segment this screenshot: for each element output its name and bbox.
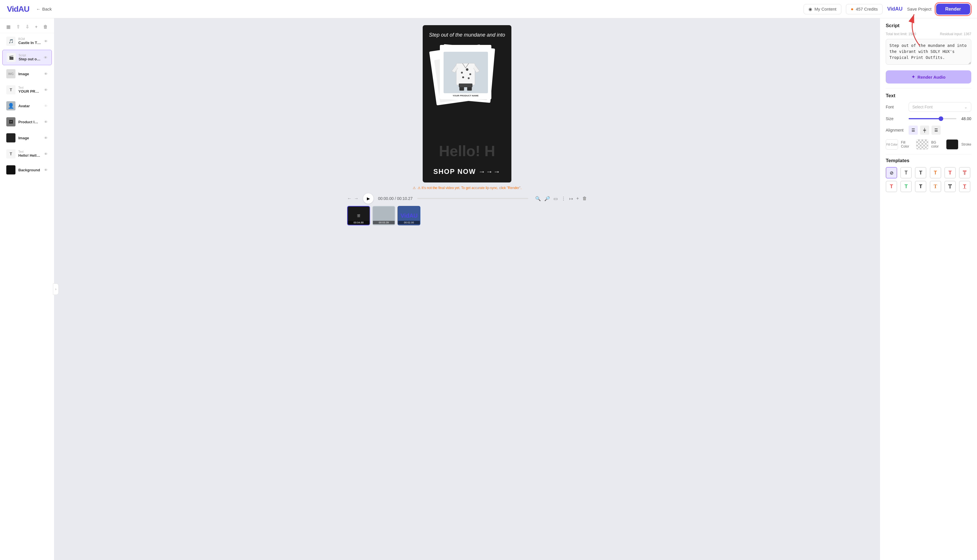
my-content-button[interactable]: ◉ My Content <box>803 4 841 14</box>
svg-point-4 <box>462 77 464 78</box>
text-section: Text Font Select Font ⌄ Size 48.00 Align <box>886 93 971 150</box>
fill-color-label: Fill Color <box>886 143 897 146</box>
fullscreen-icon[interactable]: ▭ <box>553 196 558 202</box>
bg-color-text-label: BG color <box>931 140 943 148</box>
template-item-0[interactable]: ⊘ <box>886 167 897 178</box>
add-layer-button[interactable]: + <box>34 23 38 31</box>
credits-button[interactable]: ● 457 Credits <box>846 4 883 14</box>
layer-info-avatar: Avatar <box>18 104 41 108</box>
thumbnail-0[interactable]: 🎬 00:04.88 <box>347 206 370 225</box>
layer-item-script[interactable]: 🎬 Script Step out of th... 👁 <box>2 50 52 65</box>
template-item-3[interactable]: T <box>930 167 941 178</box>
font-select[interactable]: Select Font ⌄ <box>909 102 971 112</box>
eye-icon-avatar[interactable]: 👁 <box>44 104 48 108</box>
size-label: Size <box>886 117 909 121</box>
layer-item-product-image[interactable]: 🖼 Product Image 👁 <box>2 114 52 129</box>
move-down-button[interactable]: ⇩ <box>24 23 30 31</box>
layer-label-script: Step out of th... <box>18 57 41 61</box>
eye-icon-script[interactable]: 👁 <box>44 55 47 60</box>
layer-icon-avatar: 👤 <box>6 101 15 110</box>
template-item-8[interactable]: T <box>915 181 926 192</box>
zoom-out-icon[interactable]: 🔍 <box>535 196 541 202</box>
template-item-7[interactable]: T <box>900 181 912 192</box>
template-item-5[interactable]: T <box>959 167 970 178</box>
layer-icon-text1: T <box>6 85 15 94</box>
back-arrow-icon: ← <box>36 7 41 12</box>
play-button[interactable]: ▶ <box>363 193 374 203</box>
header-right: ◉ My Content ● 457 Credits VidAU Save Pr… <box>803 4 970 15</box>
warning-icon: ⚠ <box>413 186 416 190</box>
size-slider[interactable] <box>909 118 956 119</box>
residual-label: Residual input: 1367 <box>940 32 971 36</box>
copy-layer-button[interactable]: ▦ <box>5 23 12 31</box>
eye-icon-bgm[interactable]: 👁 <box>44 39 48 43</box>
layer-label-text2: Hello! Hello! H... <box>18 153 41 158</box>
layer-item-avatar[interactable]: 👤 Avatar 👁 <box>2 98 52 113</box>
stroke-swatch[interactable] <box>946 139 959 150</box>
font-label: Font <box>886 105 909 109</box>
undo-button[interactable]: ← <box>347 196 352 201</box>
render-audio-button[interactable]: ✦ Render Audio <box>886 70 971 83</box>
layer-label-product: Product Image <box>18 120 41 124</box>
fill-color-swatch[interactable]: Fill Color <box>886 139 898 150</box>
thumb-label-0: 00:04.88 <box>348 221 369 224</box>
thumbnail-2[interactable]: VidAU 00:02.00 <box>397 206 420 225</box>
timeline-track[interactable] <box>417 198 528 199</box>
template-item-10[interactable]: T <box>944 181 956 192</box>
alignment-row: Alignment ☰ ╪ ☰ <box>886 125 971 135</box>
template-item-11[interactable]: T <box>959 181 970 192</box>
svg-point-3 <box>469 73 471 75</box>
template-item-9[interactable]: T <box>930 181 941 192</box>
divider-1 <box>886 88 971 88</box>
layer-icon-script: 🎬 <box>7 53 16 62</box>
layer-item-text1[interactable]: T Text YOUR PROD... 👁 <box>2 82 52 97</box>
chevron-down-icon: ⌄ <box>964 105 967 109</box>
eye-icon-text2[interactable]: 👁 <box>44 152 48 156</box>
template-item-2[interactable]: T <box>915 167 926 178</box>
eye-icon-background[interactable]: 👁 <box>44 168 48 172</box>
layer-icon-image1: IMG <box>6 69 15 78</box>
layer-item-text2[interactable]: T Text Hello! Hello! H... 👁 <box>2 147 52 161</box>
layer-item-background[interactable]: Background 👁 <box>2 162 52 177</box>
eye-icon-product[interactable]: 👁 <box>44 120 48 124</box>
time-total: 00:10.27 <box>397 196 413 201</box>
split-icon[interactable]: ⋮ <box>561 196 566 202</box>
layer-label-avatar: Avatar <box>18 104 41 108</box>
template-item-1[interactable]: T <box>900 167 912 178</box>
eye-icon-image1[interactable]: 👁 <box>44 72 48 76</box>
zoom-in-icon[interactable]: 🔎 <box>544 196 550 202</box>
layer-item-bgm[interactable]: 🎵 BGM Castle In The ... 👁 <box>2 34 52 48</box>
script-textarea[interactable] <box>886 39 971 65</box>
save-project-button[interactable]: Save Project <box>907 7 932 12</box>
templates-title: Templates <box>886 158 971 163</box>
eye-icon-text1[interactable]: 👁 <box>44 88 48 92</box>
back-button[interactable]: ← Back <box>36 7 52 12</box>
layer-info-image2: Image <box>18 136 41 140</box>
align-center-button[interactable]: ╪ <box>920 125 929 135</box>
redo-button[interactable]: → <box>354 196 359 201</box>
delete-clip-icon[interactable]: 🗑 <box>582 196 587 201</box>
template-item-6[interactable]: T <box>886 181 897 192</box>
layer-info-text2: Text Hello! Hello! H... <box>18 150 41 158</box>
delete-layer-button[interactable]: 🗑 <box>42 23 49 31</box>
thumbnail-1[interactable]: 00:03.39 <box>372 206 395 225</box>
preview-bg-text: Hello! H <box>423 142 511 160</box>
stroke-text-label: Stroke <box>961 142 971 147</box>
align-left-button[interactable]: ☰ <box>909 125 918 135</box>
layer-info-bgm: BGM Castle In The ... <box>18 37 41 45</box>
layer-info-text1: Text YOUR PROD... <box>18 86 41 93</box>
template-item-4[interactable]: T <box>944 167 956 178</box>
header: VidAU ← Back ◉ My Content ● 457 Credits … <box>0 0 977 18</box>
clock-icon: ◉ <box>808 7 812 12</box>
move-up-button[interactable]: ⇧ <box>15 23 21 31</box>
align-right-button[interactable]: ☰ <box>932 125 941 135</box>
add-clip-icon[interactable]: + <box>576 196 579 201</box>
render-button[interactable]: Render <box>936 4 970 15</box>
collapse-panel-arrow[interactable]: › <box>53 283 58 295</box>
bg-color-swatch[interactable] <box>916 139 929 150</box>
transition-icon[interactable]: ↦ <box>569 196 573 202</box>
layer-item-image1[interactable]: IMG Image 👁 <box>2 67 52 81</box>
preview-text: Step out of the mundane and into <box>424 27 510 43</box>
layer-item-image2[interactable]: Image 👁 <box>2 130 52 145</box>
eye-icon-image2[interactable]: 👁 <box>44 136 48 140</box>
